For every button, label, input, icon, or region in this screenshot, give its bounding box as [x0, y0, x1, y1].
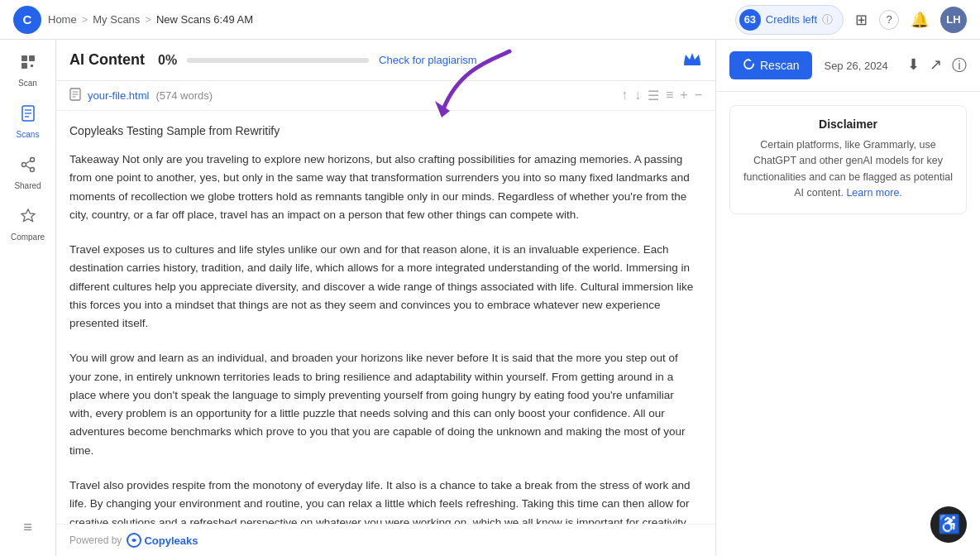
sidebar-menu-icon[interactable]: ≡	[17, 512, 39, 543]
svg-rect-2	[22, 63, 27, 69]
sidebar-item-scan[interactable]: Scan	[4, 46, 52, 94]
right-panel-icons: ⬇ ↗ ⓘ	[907, 55, 967, 75]
breadcrumb-my-scans[interactable]: My Scans	[93, 13, 140, 26]
rescan-label: Rescan	[760, 59, 799, 72]
doc-paragraph-3: You will grow and learn as an individual…	[69, 349, 699, 460]
doc-paragraph-2: Travel exposes us to cultures and life s…	[69, 241, 699, 333]
shared-icon	[19, 156, 37, 178]
sidebar: Scan Scans Shared Compare ≡	[0, 40, 56, 556]
align-left-icon[interactable]: ☰	[648, 88, 659, 103]
sidebar-label-compare: Compare	[11, 232, 45, 242]
doc-paragraph-1: Takeaway Not only are you traveling to e…	[69, 151, 699, 224]
file-bar: your-file.html (574 words) ↑ ↓ ☰ ≡ + −	[56, 81, 715, 111]
scans-icon	[19, 104, 37, 127]
right-panel-header: Rescan Sep 26, 2024 ⬇ ↗ ⓘ	[716, 40, 980, 92]
scan-date: Sep 26, 2024	[824, 60, 887, 72]
header-right: 63 Credits left ⓘ ⊞ ? 🔔 LH	[735, 5, 967, 35]
rescan-button[interactable]: Rescan	[729, 51, 812, 79]
breadcrumb-sep2: >	[145, 13, 151, 26]
align-right-icon[interactable]: ≡	[666, 88, 673, 103]
compare-icon	[19, 207, 37, 229]
disclaimer-learn-more-link[interactable]: Learn more.	[846, 187, 901, 199]
svg-rect-3	[31, 65, 33, 67]
doc-title: Copyleaks Testing Sample from Rewritify	[69, 124, 699, 137]
sidebar-item-compare[interactable]: Compare	[4, 200, 52, 248]
help-icon[interactable]: ?	[879, 10, 899, 30]
file-actions: ↑ ↓ ☰ ≡ + −	[621, 88, 702, 103]
file-words: (574 words)	[155, 89, 213, 102]
logo[interactable]: C	[13, 6, 41, 34]
file-name[interactable]: your-file.html	[88, 89, 149, 102]
svg-marker-13	[22, 209, 35, 222]
accessibility-button[interactable]: ♿	[930, 506, 967, 543]
share-icon[interactable]: ↗	[930, 55, 942, 75]
arrow-down-icon[interactable]: ↓	[634, 88, 641, 103]
sidebar-label-scan: Scan	[18, 79, 37, 88]
bell-icon[interactable]: 🔔	[911, 11, 929, 29]
credits-number: 63	[739, 9, 761, 31]
avatar[interactable]: LH	[940, 7, 967, 33]
doc-content-wrapper: Copyleaks Testing Sample from Rewritify …	[69, 124, 699, 524]
svg-rect-1	[29, 55, 35, 61]
right-panel: Rescan Sep 26, 2024 ⬇ ↗ ⓘ Disclaimer Cer…	[715, 40, 980, 556]
disclaimer-box: Disclaimer Certain platforms, like Gramm…	[729, 105, 967, 214]
svg-point-8	[30, 158, 34, 162]
credits-badge[interactable]: 63 Credits left ⓘ	[735, 5, 844, 35]
svg-point-9	[22, 163, 26, 167]
ai-content-percent: 0%	[158, 53, 177, 68]
remove-icon[interactable]: −	[695, 88, 702, 103]
arrow-up-icon[interactable]: ↑	[621, 88, 628, 103]
grid-icon[interactable]: ⊞	[855, 11, 868, 29]
copyleaks-logo: Copyleaks	[127, 533, 198, 548]
sidebar-label-shared: Shared	[14, 181, 41, 190]
credits-info-icon: ⓘ	[822, 12, 833, 27]
document-panel: AI Content 0% Check for plagiarism	[56, 40, 715, 556]
main-layout: Scan Scans Shared Compare ≡ AI Conte	[0, 40, 980, 556]
powered-by: Powered by Copyleaks	[56, 524, 715, 556]
disclaimer-title: Disclaimer	[742, 117, 954, 131]
document-content: Copyleaks Testing Sample from Rewritify …	[56, 111, 715, 524]
doc-paragraph-4: Travel also provides respite from the mo…	[69, 477, 699, 524]
breadcrumb: Home > My Scans > New Scans 6:49 AM	[48, 13, 729, 26]
crown-icon	[682, 50, 702, 70]
sidebar-bottom: ≡	[17, 506, 39, 549]
breadcrumb-sep1: >	[82, 13, 88, 26]
svg-rect-15	[684, 63, 700, 65]
rescan-icon	[743, 58, 755, 73]
check-plagiarism-link[interactable]: Check for plagiarism	[379, 54, 477, 66]
svg-rect-0	[22, 55, 27, 61]
info-icon[interactable]: ⓘ	[952, 55, 967, 75]
download-icon[interactable]: ⬇	[907, 55, 920, 75]
svg-point-10	[30, 168, 34, 172]
progress-bar	[187, 58, 369, 63]
header: C Home > My Scans > New Scans 6:49 AM 63…	[0, 0, 980, 40]
svg-line-12	[26, 165, 31, 169]
accessibility-icon: ♿	[938, 514, 960, 535]
ai-content-header: AI Content 0% Check for plagiarism	[56, 40, 715, 81]
credits-label: Credits left	[766, 13, 817, 26]
sidebar-item-scans[interactable]: Scans	[4, 98, 52, 146]
scan-icon	[19, 53, 37, 75]
file-icon	[69, 88, 81, 103]
breadcrumb-active: New Scans 6:49 AM	[156, 13, 253, 26]
sidebar-item-shared[interactable]: Shared	[4, 149, 52, 197]
breadcrumb-home[interactable]: Home	[48, 13, 77, 26]
add-icon[interactable]: +	[680, 88, 687, 103]
disclaimer-text: Certain platforms, like Grammarly, use C…	[742, 137, 954, 202]
ai-content-title: AI Content	[69, 51, 145, 69]
sidebar-label-scans: Scans	[17, 130, 40, 139]
svg-line-11	[26, 161, 31, 164]
powered-by-label: Powered by	[69, 534, 122, 546]
